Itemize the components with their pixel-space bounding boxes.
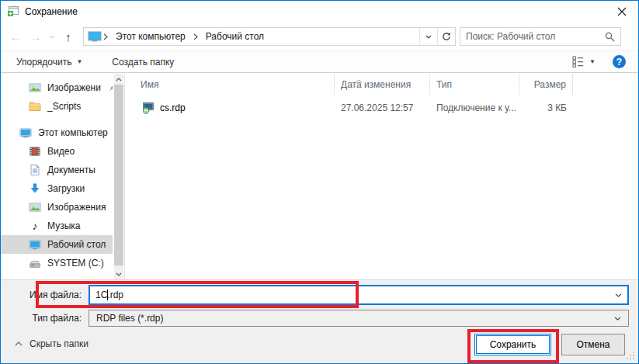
folder-icon	[29, 100, 41, 113]
help-icon: ?	[616, 57, 622, 68]
sidebar-item-label: Рабочий стол	[47, 239, 106, 250]
scroll-down-icon[interactable]	[114, 269, 123, 279]
sidebar-scrollbar[interactable]	[114, 74, 123, 279]
refresh-icon	[442, 32, 451, 41]
sidebar-item-label: _Scripts	[47, 101, 81, 112]
sidebar-item-music[interactable]: ♪ Музыка	[1, 217, 113, 235]
column-header-name[interactable]: Имя	[125, 74, 335, 95]
back-icon: ←	[10, 30, 22, 43]
navigation-pane: Изображени _Scripts Этот компьютер	[1, 74, 124, 279]
pictures-icon	[29, 81, 41, 94]
filename-input[interactable]: 1C.rdp	[89, 285, 629, 305]
desktop-icon	[29, 238, 41, 251]
breadcrumb-this-pc[interactable]: Этот компьютер	[109, 28, 192, 45]
scroll-up-icon[interactable]	[114, 74, 123, 85]
footer-bar: Скрыть папки Сохранить Отмена	[1, 326, 638, 363]
chevron-down-icon	[425, 35, 432, 39]
toolbar: Упорядочить ▼ Создать папку ▼ ?	[1, 50, 638, 73]
hide-folders-button[interactable]: Скрыть папки	[15, 338, 89, 349]
bottom-panel: Имя файла: 1C.rdp Тип файла: RDP files (…	[1, 279, 638, 363]
drive-icon	[29, 257, 41, 269]
sort-ascending-icon	[355, 75, 363, 85]
pictures-icon	[29, 201, 41, 213]
address-bar[interactable]: Этот компьютер Рабочий стол	[83, 27, 456, 46]
scrollbar-thumb[interactable]	[114, 85, 123, 265]
column-headers: Имя Дата изменения Тип Размер	[125, 74, 639, 95]
forward-icon: →	[30, 30, 42, 43]
sidebar-item-label: Изображения	[47, 202, 106, 213]
file-list: Имя Дата изменения Тип Размер cs.r	[124, 74, 639, 279]
up-icon: ↑	[65, 30, 71, 43]
chevron-down-icon: ▼	[76, 58, 82, 65]
breadcrumb-desktop[interactable]: Рабочий стол	[200, 28, 270, 45]
change-view-button[interactable]: ▼	[572, 56, 596, 68]
sidebar-item-this-pc[interactable]: Этот компьютер	[1, 123, 113, 142]
sidebar-item-pictures[interactable]: Изображения	[1, 198, 113, 217]
filename-dropdown-button[interactable]	[615, 293, 622, 297]
sidebar-item-documents[interactable]: Документы	[1, 161, 113, 179]
sidebar-item-desktop[interactable]: Рабочий стол	[1, 235, 113, 254]
file-type: Подключение к у...	[430, 102, 519, 113]
up-button[interactable]: ↑	[58, 27, 78, 46]
column-header-date[interactable]: Дата изменения	[335, 74, 430, 95]
toolbar-right: ▼ ?	[572, 55, 626, 68]
column-header-type[interactable]: Тип	[430, 74, 519, 95]
sidebar-item-system-c[interactable]: SYSTEM (C:)	[1, 254, 113, 272]
sidebar-item-label: Документы	[47, 165, 96, 175]
search-input[interactable]: Поиск: Рабочий стол	[460, 27, 621, 46]
breadcrumb-separator-icon	[102, 33, 109, 40]
main-area: Изображени _Scripts Этот компьютер	[1, 74, 639, 279]
sidebar-item-downloads[interactable]: Загрузки	[1, 179, 113, 198]
video-icon	[29, 145, 41, 158]
filetype-row: Тип файла: RDP files (*.rdp)	[1, 310, 629, 327]
save-dialog: Сохранение ← → ↑	[0, 0, 639, 364]
file-row-cs-rdp[interactable]: cs.rdp 27.06.2025 12:57 Подключение к у.…	[125, 99, 639, 117]
refresh-button[interactable]	[437, 28, 455, 45]
download-arrow-icon	[29, 182, 41, 195]
sidebar-item-label: Загрузки	[47, 183, 85, 194]
sidebar-item-label: Музыка	[47, 220, 80, 231]
cancel-button[interactable]: Отмена	[561, 334, 625, 355]
file-size: 3 КБ	[519, 102, 573, 113]
recent-locations-button[interactable]	[46, 27, 58, 46]
pin-icon	[109, 84, 113, 92]
sidebar-item-pictures-pinned[interactable]: Изображени	[1, 78, 113, 97]
close-icon	[617, 7, 627, 16]
forward-button[interactable]: →	[26, 27, 46, 46]
computer-icon	[19, 127, 32, 139]
new-folder-button[interactable]: Создать папку	[112, 57, 174, 68]
file-name: cs.rdp	[160, 102, 186, 113]
save-button[interactable]: Сохранить	[474, 334, 551, 355]
help-button[interactable]: ?	[613, 55, 626, 68]
filetype-label: Тип файла:	[1, 313, 89, 324]
app-window-icon	[7, 5, 19, 18]
filetype-dropdown-button[interactable]	[614, 317, 621, 321]
file-name-cell: cs.rdp	[125, 102, 335, 114]
search-text: Поиск: Рабочий стол	[466, 31, 605, 42]
organize-label: Упорядочить	[16, 57, 71, 68]
file-date: 27.06.2025 12:57	[335, 102, 430, 113]
desktop-icon	[88, 31, 102, 42]
sidebar-item-scripts[interactable]: _Scripts	[1, 97, 113, 116]
column-header-size[interactable]: Размер	[519, 74, 573, 95]
column-header-empty	[573, 74, 639, 95]
close-button[interactable]	[610, 3, 634, 20]
chevron-down-icon	[49, 35, 55, 39]
filetype-value: RDP files (*.rdp)	[96, 313, 163, 324]
back-button[interactable]: ←	[5, 27, 26, 46]
window-title: Сохранение	[25, 6, 78, 17]
hide-folders-label: Скрыть папки	[30, 338, 89, 349]
filename-label: Имя файла:	[1, 289, 89, 300]
resize-grip[interactable]	[625, 350, 636, 361]
sidebar-item-videos[interactable]: Видео	[1, 142, 113, 161]
filetype-select[interactable]: RDP files (*.rdp)	[89, 310, 629, 327]
details-view-icon	[572, 56, 585, 68]
document-icon	[29, 164, 41, 176]
search-icon	[605, 32, 615, 42]
title-bar: Сохранение	[1, 1, 638, 23]
rdp-file-icon	[142, 102, 155, 114]
address-dropdown-button[interactable]	[419, 28, 437, 45]
organize-button[interactable]: Упорядочить ▼	[16, 57, 82, 68]
sidebar-item-label: Видео	[47, 146, 75, 157]
chevron-up-icon	[15, 341, 23, 346]
